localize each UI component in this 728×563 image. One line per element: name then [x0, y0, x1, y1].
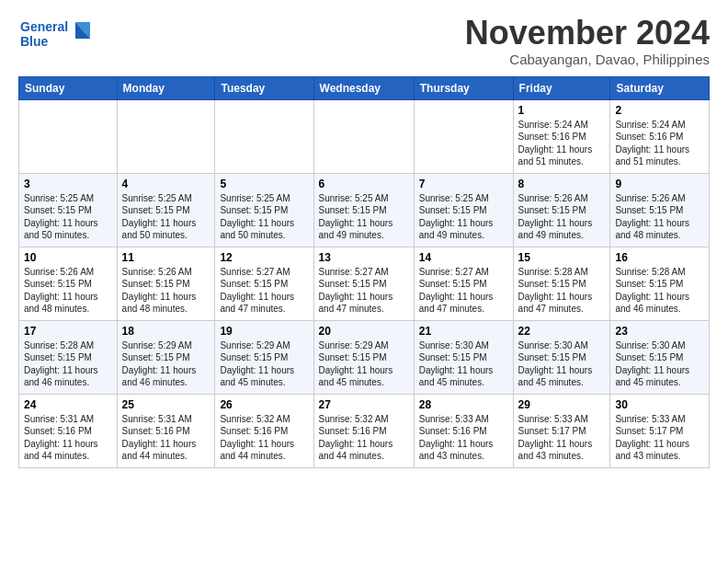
day-number: 29	[518, 398, 606, 411]
day-info: Sunrise: 5:29 AMSunset: 5:15 PMDaylight:…	[319, 339, 409, 389]
day-number: 25	[122, 398, 210, 411]
svg-text:Blue: Blue	[20, 34, 49, 49]
col-saturday: Saturday	[610, 76, 710, 99]
day-info: Sunrise: 5:25 AMSunset: 5:15 PMDaylight:…	[419, 192, 508, 242]
table-row: 11Sunrise: 5:26 AMSunset: 5:15 PMDayligh…	[117, 247, 215, 320]
day-number: 18	[122, 325, 210, 338]
table-row: 10Sunrise: 5:26 AMSunset: 5:15 PMDayligh…	[19, 247, 118, 320]
table-row: 18Sunrise: 5:29 AMSunset: 5:15 PMDayligh…	[117, 320, 215, 394]
day-info: Sunrise: 5:25 AMSunset: 5:15 PMDaylight:…	[319, 192, 409, 242]
day-number: 19	[220, 325, 308, 338]
table-row: 24Sunrise: 5:31 AMSunset: 5:16 PMDayligh…	[19, 394, 118, 467]
day-info: Sunrise: 5:25 AMSunset: 5:15 PMDaylight:…	[24, 192, 112, 242]
table-row: 1Sunrise: 5:24 AMSunset: 5:16 PMDaylight…	[513, 99, 610, 173]
day-number: 2	[615, 104, 704, 117]
day-number: 26	[220, 398, 308, 411]
logo-area: General Blue	[18, 15, 92, 59]
day-info: Sunrise: 5:28 AMSunset: 5:15 PMDaylight:…	[615, 266, 704, 316]
day-number: 16	[615, 251, 704, 264]
table-row: 19Sunrise: 5:29 AMSunset: 5:15 PMDayligh…	[215, 320, 313, 394]
day-number: 20	[319, 325, 409, 338]
table-row	[215, 99, 313, 173]
day-info: Sunrise: 5:26 AMSunset: 5:15 PMDaylight:…	[24, 266, 112, 316]
day-number: 15	[518, 251, 606, 264]
calendar-header-row: Sunday Monday Tuesday Wednesday Thursday…	[19, 76, 710, 99]
day-info: Sunrise: 5:27 AMSunset: 5:15 PMDaylight:…	[220, 266, 308, 316]
day-number: 4	[122, 178, 210, 190]
calendar-week-row: 10Sunrise: 5:26 AMSunset: 5:15 PMDayligh…	[19, 247, 710, 320]
day-number: 8	[518, 178, 606, 190]
col-friday: Friday	[513, 76, 610, 99]
day-number: 1	[518, 104, 606, 117]
day-number: 5	[220, 178, 308, 190]
table-row: 4Sunrise: 5:25 AMSunset: 5:15 PMDaylight…	[117, 173, 215, 247]
calendar-week-row: 17Sunrise: 5:28 AMSunset: 5:15 PMDayligh…	[19, 320, 710, 394]
table-row: 5Sunrise: 5:25 AMSunset: 5:15 PMDaylight…	[215, 173, 313, 247]
svg-text:General: General	[20, 19, 68, 34]
table-row: 12Sunrise: 5:27 AMSunset: 5:15 PMDayligh…	[215, 247, 313, 320]
table-row: 25Sunrise: 5:31 AMSunset: 5:16 PMDayligh…	[117, 394, 215, 467]
day-info: Sunrise: 5:33 AMSunset: 5:16 PMDaylight:…	[419, 413, 508, 463]
table-row: 13Sunrise: 5:27 AMSunset: 5:15 PMDayligh…	[313, 247, 414, 320]
col-monday: Monday	[117, 76, 215, 99]
day-number: 9	[615, 178, 704, 190]
calendar-week-row: 3Sunrise: 5:25 AMSunset: 5:15 PMDaylight…	[19, 173, 710, 247]
day-number: 23	[615, 325, 704, 338]
calendar: Sunday Monday Tuesday Wednesday Thursday…	[18, 76, 710, 468]
col-tuesday: Tuesday	[215, 76, 313, 99]
day-info: Sunrise: 5:26 AMSunset: 5:15 PMDaylight:…	[615, 192, 704, 242]
table-row: 23Sunrise: 5:30 AMSunset: 5:15 PMDayligh…	[610, 320, 710, 394]
day-info: Sunrise: 5:30 AMSunset: 5:15 PMDaylight:…	[419, 339, 508, 389]
location: Cabayangan, Davao, Philippines	[465, 52, 710, 67]
table-row: 22Sunrise: 5:30 AMSunset: 5:15 PMDayligh…	[513, 320, 610, 394]
table-row: 26Sunrise: 5:32 AMSunset: 5:16 PMDayligh…	[215, 394, 313, 467]
table-row: 30Sunrise: 5:33 AMSunset: 5:17 PMDayligh…	[610, 394, 710, 467]
day-number: 24	[24, 398, 112, 411]
day-number: 27	[319, 398, 409, 411]
table-row: 27Sunrise: 5:32 AMSunset: 5:16 PMDayligh…	[313, 394, 414, 467]
table-row: 14Sunrise: 5:27 AMSunset: 5:15 PMDayligh…	[414, 247, 513, 320]
day-info: Sunrise: 5:31 AMSunset: 5:16 PMDaylight:…	[122, 413, 210, 463]
day-number: 21	[419, 325, 508, 338]
logo: General Blue	[18, 15, 92, 59]
day-info: Sunrise: 5:29 AMSunset: 5:15 PMDaylight:…	[122, 339, 210, 389]
table-row	[414, 99, 513, 173]
table-row	[19, 99, 118, 173]
day-info: Sunrise: 5:30 AMSunset: 5:15 PMDaylight:…	[615, 339, 704, 389]
table-row: 8Sunrise: 5:26 AMSunset: 5:15 PMDaylight…	[513, 173, 610, 247]
calendar-week-row: 24Sunrise: 5:31 AMSunset: 5:16 PMDayligh…	[19, 394, 710, 467]
day-info: Sunrise: 5:25 AMSunset: 5:15 PMDaylight:…	[220, 192, 308, 242]
table-row: 7Sunrise: 5:25 AMSunset: 5:15 PMDaylight…	[414, 173, 513, 247]
day-info: Sunrise: 5:33 AMSunset: 5:17 PMDaylight:…	[518, 413, 606, 463]
day-info: Sunrise: 5:28 AMSunset: 5:15 PMDaylight:…	[24, 339, 112, 389]
table-row	[313, 99, 414, 173]
day-number: 28	[419, 398, 508, 411]
day-info: Sunrise: 5:33 AMSunset: 5:17 PMDaylight:…	[615, 413, 704, 463]
table-row: 21Sunrise: 5:30 AMSunset: 5:15 PMDayligh…	[414, 320, 513, 394]
table-row: 6Sunrise: 5:25 AMSunset: 5:15 PMDaylight…	[313, 173, 414, 247]
day-number: 11	[122, 251, 210, 264]
page: General Blue November 2024 Cabayangan, D…	[0, 0, 728, 563]
day-info: Sunrise: 5:27 AMSunset: 5:15 PMDaylight:…	[419, 266, 508, 316]
col-sunday: Sunday	[19, 76, 118, 99]
day-info: Sunrise: 5:32 AMSunset: 5:16 PMDaylight:…	[220, 413, 308, 463]
day-info: Sunrise: 5:28 AMSunset: 5:15 PMDaylight:…	[518, 266, 606, 316]
day-number: 13	[319, 251, 409, 264]
day-info: Sunrise: 5:29 AMSunset: 5:15 PMDaylight:…	[220, 339, 308, 389]
title-area: November 2024 Cabayangan, Davao, Philipp…	[465, 15, 710, 67]
table-row: 9Sunrise: 5:26 AMSunset: 5:15 PMDaylight…	[610, 173, 710, 247]
day-info: Sunrise: 5:31 AMSunset: 5:16 PMDaylight:…	[24, 413, 112, 463]
col-thursday: Thursday	[414, 76, 513, 99]
day-number: 17	[24, 325, 112, 338]
day-number: 30	[615, 398, 704, 411]
day-info: Sunrise: 5:27 AMSunset: 5:15 PMDaylight:…	[319, 266, 409, 316]
day-number: 6	[319, 178, 409, 190]
table-row: 16Sunrise: 5:28 AMSunset: 5:15 PMDayligh…	[610, 247, 710, 320]
table-row: 28Sunrise: 5:33 AMSunset: 5:16 PMDayligh…	[414, 394, 513, 467]
day-info: Sunrise: 5:26 AMSunset: 5:15 PMDaylight:…	[122, 266, 210, 316]
day-number: 10	[24, 251, 112, 264]
table-row: 2Sunrise: 5:24 AMSunset: 5:16 PMDaylight…	[610, 99, 710, 173]
day-number: 12	[220, 251, 308, 264]
logo-icon: General Blue	[18, 15, 92, 55]
day-info: Sunrise: 5:24 AMSunset: 5:16 PMDaylight:…	[615, 119, 704, 168]
